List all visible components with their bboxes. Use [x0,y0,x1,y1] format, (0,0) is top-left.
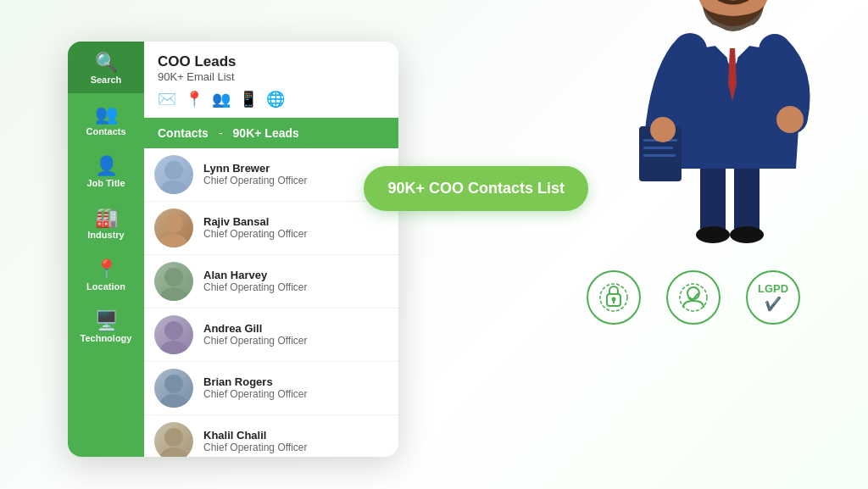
svg-point-7 [160,341,187,354]
person-figure [639,0,826,245]
contact-role-0: Chief Operating Officer [203,175,308,186]
avatar-0 [154,155,193,194]
contact-role-3: Chief Operating Officer [203,335,308,347]
svg-point-28 [650,117,676,142]
sidebar-item-industry[interactable]: 🏭 Industry [68,197,144,248]
contact-role-1: Chief Operating Officer [203,228,308,240]
svg-point-22 [776,106,804,133]
svg-point-9 [160,394,187,408]
phone-icon: 📱 [239,90,258,108]
contact-item-4[interactable]: Brian Rogers Chief Operating Officer [144,362,398,415]
contact-info-1: Rajiv Bansal Chief Operating Officer [203,215,308,240]
contact-name-4: Brian Rogers [203,375,308,388]
svg-point-11 [160,447,187,457]
svg-point-2 [164,214,183,233]
contact-info-0: Lynn Brewer Chief Operating Officer [203,162,308,186]
contact-name-0: Lynn Brewer [203,162,308,175]
sidebar-item-search[interactable]: 🔍 Search [68,42,144,93]
globe-icon: 🌐 [266,90,285,108]
contacts-count-label: 90K+ Leads [233,126,299,140]
location-icon: 📍 [95,260,118,279]
cta-label: 90K+ COO Contacts List [387,180,565,197]
sidebar-item-contacts[interactable]: 👥 Contacts [68,93,144,145]
industry-icon: 🏭 [95,208,118,227]
sidebar-item-jobtitle[interactable]: 👤 Job Title [68,145,144,197]
svg-point-13 [612,297,616,301]
contacts-tab-label[interactable]: Contacts [158,126,209,140]
content-area: COO Leads 90K+ Email List ✉️ 📍 👥 📱 🌐 Con… [144,42,398,457]
content-header: COO Leads 90K+ Email List ✉️ 📍 👥 📱 🌐 [144,42,398,118]
contact-name-5: Khalil Chalil [203,429,308,442]
technology-icon: 🖥️ [95,312,118,331]
contact-info-5: Khalil Chalil Chief Operating Officer [203,429,308,453]
contact-name-1: Rajiv Bansal [203,215,308,228]
svg-point-21 [730,226,764,243]
svg-point-1 [160,181,187,194]
sidebar-label-location: Location [86,281,125,292]
lgpd-badge-icon: LGPD ✔️ [746,270,800,325]
svg-point-5 [160,287,187,301]
sidebar: 🔍 Search 👥 Contacts 👤 Job Title 🏭 Indust… [68,42,144,457]
contact-item-1[interactable]: Rajiv Bansal Chief Operating Officer [144,202,398,255]
svg-rect-19 [734,160,760,236]
contact-info-4: Brian Rogers Chief Operating Officer [203,375,308,400]
location-pin-icon: 📍 [185,90,203,108]
contact-info-2: Alan Harvey Chief Operating Officer [203,269,308,293]
contacts-separator: - [219,126,223,140]
contact-name-3: Andrea Gill [203,322,308,335]
cta-badge[interactable]: 90K+ COO Contacts List [364,166,588,211]
contact-role-2: Chief Operating Officer [203,281,308,293]
app-mockup: 🔍 Search 👥 Contacts 👤 Job Title 🏭 Indust… [68,42,398,457]
sidebar-label-jobtitle: Job Title [86,178,125,188]
sidebar-label-search: Search [91,75,122,85]
app-subtitle: 90K+ Email List [158,70,385,83]
search-icon: 🔍 [95,53,118,72]
main-container: 🔍 Search 👥 Contacts 👤 Job Title 🏭 Indust… [0,0,868,489]
contact-item-3[interactable]: Andrea Gill Chief Operating Officer [144,308,398,362]
svg-point-3 [160,234,187,247]
app-title: COO Leads [158,53,385,70]
svg-point-10 [164,428,183,447]
avatar-2 [154,262,193,301]
svg-point-20 [696,226,730,243]
person-verified-badge-icon [666,270,721,325]
people-icon: 👥 [212,90,231,108]
jobtitle-icon: 👤 [95,157,118,175]
svg-point-0 [164,161,183,180]
contact-name-2: Alan Harvey [203,269,308,281]
svg-rect-26 [643,147,673,149]
header-icons-row: ✉️ 📍 👥 📱 🌐 [158,90,385,108]
sidebar-label-industry: Industry [87,230,124,240]
svg-point-6 [164,321,183,340]
avatar-4 [154,369,193,408]
svg-point-8 [164,375,183,393]
contact-role-4: Chief Operating Officer [203,388,308,400]
svg-rect-27 [643,154,676,157]
contact-list: Lynn Brewer Chief Operating Officer Raji… [144,148,398,457]
contact-item-5[interactable]: Khalil Chalil Chief Operating Officer [144,415,398,457]
sidebar-label-contacts: Contacts [86,126,125,136]
avatar-5 [154,422,193,457]
svg-point-4 [164,268,183,286]
sidebar-label-technology: Technology [81,333,132,343]
avatar-1 [154,208,193,247]
svg-rect-18 [700,160,726,236]
sidebar-item-location[interactable]: 📍 Location [68,248,144,300]
contacts-icon: 👥 [95,105,118,124]
top-badges-row: LGPD ✔️ [587,270,800,325]
contact-info-3: Andrea Gill Chief Operating Officer [203,322,308,347]
contact-item-2[interactable]: Alan Harvey Chief Operating Officer [144,255,398,308]
gdpr-badge-icon [587,270,641,325]
contacts-bar: Contacts - 90K+ Leads [144,118,398,148]
email-icon: ✉️ [158,90,176,108]
avatar-3 [154,315,193,354]
contact-role-5: Chief Operating Officer [203,442,308,453]
sidebar-item-technology[interactable]: 🖥️ Technology [68,300,144,352]
contact-item-0[interactable]: Lynn Brewer Chief Operating Officer [144,148,398,202]
